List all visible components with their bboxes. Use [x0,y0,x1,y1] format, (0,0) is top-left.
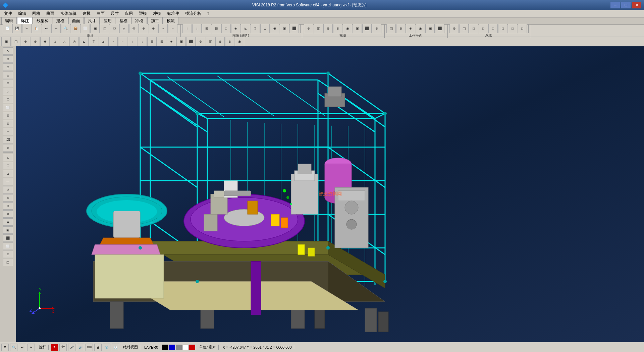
toolbar-btn-35[interactable]: ▣ [353,24,362,33]
toolbar2-btn-5[interactable]: □ [50,37,59,46]
toolbar2-btn-17[interactable]: ◈ [167,37,176,46]
toolbar2-btn-24[interactable]: ◉ [235,37,244,46]
toolbar-btn-8[interactable]: ⬜ [80,24,90,33]
toolbar-btn-13[interactable]: ◎ [129,24,139,33]
toolbar2-btn-7[interactable]: ◎ [69,37,79,46]
menu-item-文件[interactable]: 文件 [1,10,15,17]
color-swatch-blue[interactable] [169,345,175,350]
menu-item-编辑[interactable]: 编辑 [15,10,29,17]
sidebar-btn-2[interactable]: ⊙ [3,63,13,71]
toolbar-btn-16[interactable]: → [158,24,168,33]
toolbar2-btn-11[interactable]: → [108,37,118,46]
toolbar-btn-26[interactable]: ⊿ [260,24,270,33]
toolbar-btn-18[interactable]: ↑ [182,24,192,33]
toolbar-btn-9[interactable]: ▣ [90,24,100,33]
toolbar-btn-50[interactable]: □ [508,24,517,33]
toolbar-btn-27[interactable]: ◉ [270,24,279,33]
status-icon-4[interactable]: ↪ [28,344,35,351]
toolbar-btn-12[interactable]: △ [119,24,129,33]
toolbar-btn-47[interactable]: □ [479,24,488,33]
toolbar-btn-40[interactable]: ⊗ [406,24,415,33]
toolbar2-btn-3[interactable]: ⊗ [31,37,40,46]
toolbar-btn-41[interactable]: ◉ [416,24,425,33]
sidebar-btn-20[interactable]: ⊗ [3,210,13,218]
toolbar-btn-46[interactable]: □ [469,24,478,33]
sidebar-btn-24[interactable]: ⬜ [3,243,13,250]
status-icon-2[interactable]: 🔍 [10,344,17,351]
menu-item-应用[interactable]: 应用 [122,10,136,17]
sidebar-btn-1[interactable]: ⊕ [3,55,13,63]
toolbar-btn-4[interactable]: ↩ [42,24,51,33]
toolbar-btn-2[interactable]: ✂ [22,24,32,33]
toolbar-btn-43[interactable]: ⬛ [435,24,444,33]
status-mic-icon[interactable]: 🎤 [68,344,75,351]
menu-item-曲面[interactable]: 曲面 [44,10,57,17]
sidebar-btn-14[interactable]: ⌶ [3,162,13,169]
toolbar2-btn-6[interactable]: △ [60,37,69,46]
status-clk-icon[interactable]: 🕐 [112,344,119,351]
sidebar-btn-16[interactable]: ⋯ [3,178,13,185]
menu-item-冲模[interactable]: 冲模 [150,10,164,17]
toolbar2-btn-14[interactable]: ↓ [138,37,147,46]
color-swatch-gray[interactable] [176,345,182,350]
color-swatch-white[interactable] [182,345,189,350]
close-button[interactable]: ✕ [632,2,641,8]
toolbar-btn-38[interactable]: ◫ [386,24,396,33]
minimize-button[interactable]: ─ [610,2,620,8]
toolbar-btn-44[interactable]: ⊜ [449,24,459,33]
sidebar-btn-7[interactable]: ⬜ [3,104,13,111]
sidebar-btn-18[interactable]: ↻ [3,194,13,202]
toolbar2-btn-19[interactable]: ⬛ [186,37,196,46]
menu-item-网格[interactable]: 网格 [30,10,43,17]
toolbar-btn-7[interactable]: 📦 [71,24,80,33]
sidebar-btn-19[interactable]: ⊕ [3,202,13,210]
sidebar-btn-22[interactable]: ▣ [3,226,13,234]
toolbar2-btn-23[interactable]: ⊗ [225,37,234,46]
toolbar-btn-23[interactable]: ◈ [231,24,240,33]
sidebar-btn-21[interactable]: ◉ [3,218,13,226]
toolbar2-btn-20[interactable]: ⊜ [196,37,205,46]
toolbar-btn-51[interactable]: □ [518,24,527,33]
toolbar2-btn-12[interactable]: ← [118,37,127,46]
maximize-button[interactable]: □ [621,2,631,8]
color-swatch-red[interactable] [189,345,195,350]
toolbar-btn-14[interactable]: ⊕ [139,24,148,33]
sidebar-btn-11[interactable]: ⌫ [3,136,13,143]
toolbar-btn-11[interactable]: ⬡ [110,24,119,33]
toolbar-btn-25[interactable]: ⌶ [251,24,260,33]
toolbar2-btn-13[interactable]: ↑ [128,37,137,46]
toolbar2-btn-21[interactable]: ◫ [206,37,215,46]
color-swatch-black[interactable] [162,345,168,350]
sidebar-btn-10[interactable]: ✏ [3,128,13,135]
toolbar-btn-1[interactable]: 💾 [12,24,22,33]
toolbar-btn-10[interactable]: ◫ [100,24,109,33]
toolbar2-btn-15[interactable]: ⊞ [147,37,157,46]
sidebar-btn-6[interactable]: ⬡ [3,96,13,103]
toolbar2-btn-22[interactable]: ⊕ [215,37,225,46]
toolbar-btn-39[interactable]: ⊕ [396,24,406,33]
toolbar-btn-32[interactable]: ⊕ [323,24,333,33]
toolbar-btn-20[interactable]: ⊞ [202,24,211,33]
toolbar-btn-5[interactable]: ↪ [51,24,61,33]
menu-item-实体编辑[interactable]: 实体编辑 [58,10,79,17]
toolbar-btn-17[interactable]: ← [168,24,177,33]
toolbar-btn-34[interactable]: ◉ [343,24,352,33]
menu-item-尺寸[interactable]: 尺寸 [108,10,121,17]
toolbar-btn-15[interactable]: ⊗ [149,24,158,33]
sidebar-btn-3[interactable]: △ [3,72,13,79]
toolbar2-btn-9[interactable]: ⌶ [89,37,98,46]
toolbar-btn-29[interactable]: ⬛ [289,24,299,33]
toolbar-btn-45[interactable]: ◫ [459,24,469,33]
toolbar-btn-28[interactable]: ▣ [280,24,289,33]
toolbar2-btn-4[interactable]: ◉ [40,37,50,46]
toolbar-btn-6[interactable]: 🔍 [61,24,70,33]
sidebar-btn-0[interactable]: ↖ [3,47,13,55]
toolbar-btn-19[interactable]: ↓ [192,24,202,33]
status-kbd-icon[interactable]: ⌨ [86,344,93,351]
sidebar-btn-9[interactable]: ⊟ [3,120,13,127]
toolbar-btn-24[interactable]: ⊾ [241,24,250,33]
toolbar2-btn-0[interactable]: ▣ [1,37,11,46]
status-spk-icon[interactable]: 🔊 [77,344,84,351]
sidebar-btn-17[interactable]: ↺ [3,186,13,193]
sidebar-btn-13[interactable]: ⊾ [3,154,13,161]
